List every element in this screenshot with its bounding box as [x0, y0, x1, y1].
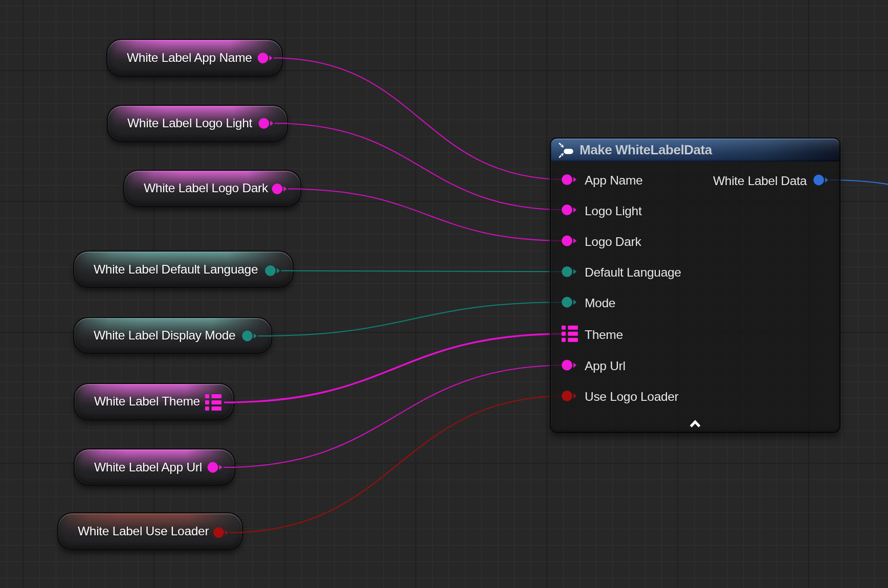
make-node-title-bar[interactable]: Make WhiteLabelData — [551, 139, 839, 162]
make-node-title: Make WhiteLabelData — [580, 142, 712, 158]
variable-getter-label: White Label Theme — [75, 394, 200, 409]
variable-getter-label: White Label Logo Dark — [124, 181, 268, 195]
variable-getter-node-white-label-logo-light[interactable]: White Label Logo Light — [107, 105, 288, 143]
variable-getter-node-white-label-theme[interactable]: White Label Theme — [74, 383, 234, 421]
variable-getter-node-white-label-app-name[interactable]: White Label App Name — [106, 39, 283, 77]
make-whitelabeldata-node[interactable]: Make WhiteLabelData App NameLogo LightLo… — [550, 138, 840, 433]
variable-getter-label: White Label Display Mode — [74, 328, 235, 343]
variable-getter-node-white-label-logo-dark[interactable]: White Label Logo Dark — [123, 170, 301, 207]
input-pin-label-app-url: App Url — [585, 359, 626, 373]
variable-getter-label: White Label App Url — [75, 460, 202, 474]
variable-getter-node-white-label-display-mode[interactable]: White Label Display Mode — [73, 317, 272, 354]
output-pin-label: White Label Data — [713, 174, 807, 188]
input-pin-label-logo-light: Logo Light — [585, 204, 641, 218]
input-pin-label-default-language: Default Language — [585, 265, 681, 280]
chevron-up-icon — [689, 420, 701, 428]
input-pin-label-theme: Theme — [585, 328, 623, 342]
collapse-node-button[interactable] — [685, 420, 705, 428]
variable-getter-node-white-label-app-url[interactable]: White Label App Url — [74, 448, 235, 486]
variable-getter-label: White Label Use Loader — [58, 524, 209, 538]
node-layer: Make WhiteLabelData App NameLogo LightLo… — [0, 0, 888, 588]
variable-getter-label: White Label App Name — [107, 51, 252, 65]
blueprint-graph-editor: { "palette": { "background": "#272727", … — [0, 0, 888, 588]
input-pin-label-logo-dark: Logo Dark — [585, 235, 641, 249]
input-pin-label-use-logo-loader: Use Logo Loader — [585, 390, 678, 404]
input-pin-label-app-name: App Name — [585, 173, 642, 188]
variable-getter-label: White Label Logo Light — [108, 116, 252, 130]
variable-getter-label: White Label Default Language — [74, 262, 258, 277]
make-struct-icon — [559, 142, 574, 159]
input-pin-label-mode: Mode — [585, 296, 615, 310]
variable-getter-node-white-label-use-loader[interactable]: White Label Use Loader — [57, 512, 243, 550]
variable-getter-node-white-label-default-language[interactable]: White Label Default Language — [73, 251, 294, 288]
